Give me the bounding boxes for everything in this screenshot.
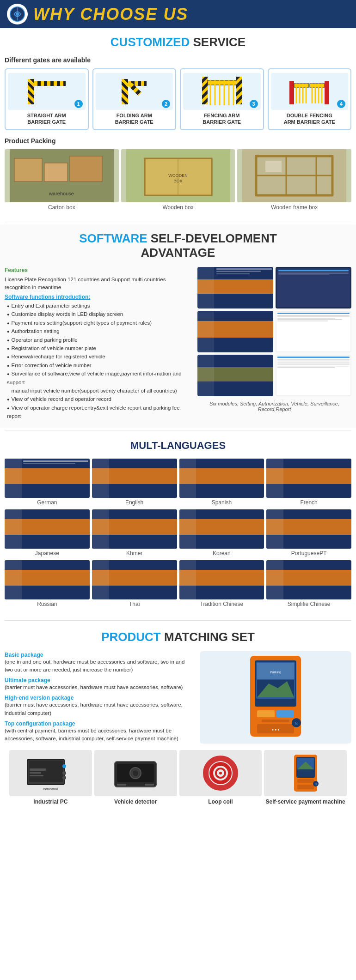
packing-grid: warehouse Carton box WOODEN BOX W — [5, 149, 351, 212]
lang-simplifie-chinese: Simplifie Chinese — [266, 560, 351, 609]
gate-item-4: 4 DOUBLE FENCINGARM BARRIER GATE — [268, 68, 352, 130]
svg-point-70 — [62, 776, 66, 780]
prod-img-loop-coil — [179, 750, 262, 796]
svg-rect-89 — [297, 770, 314, 777]
prod-img-vehicle-detector — [94, 750, 177, 796]
gate-item-1: 1 STRAIGHT ARMBARRIER GATE — [5, 68, 89, 130]
svg-text:BOX: BOX — [173, 179, 182, 183]
svg-rect-3 — [202, 77, 208, 104]
matching-right: Parking ● ● ● N — [200, 651, 351, 746]
svg-rect-80 — [145, 784, 154, 786]
pack-label-2: Wooden box — [121, 202, 235, 212]
bullet-3: Payment rules setting(support eight type… — [7, 319, 193, 327]
svg-rect-51 — [265, 161, 282, 172]
svg-point-78 — [132, 770, 139, 776]
page-title: WHY CHOOSE US — [33, 5, 188, 24]
languages-grid: German English Spanish French Japanese — [5, 459, 351, 609]
prod-label-self-service: Self-service payment machine — [264, 799, 347, 805]
bullet-1: Entry and Exit parameter settings — [7, 302, 193, 310]
pack-label-3: Wooden frame box — [237, 202, 351, 212]
software-content: Features License Plate Recognition 121 c… — [5, 267, 351, 421]
svg-rect-11 — [236, 77, 242, 104]
svg-rect-30 — [44, 163, 68, 181]
matching-title: PRODUCT MATCHING SET — [5, 630, 351, 644]
screen-row-2 — [197, 311, 351, 352]
package-highend: High-end version package (barrier must h… — [5, 694, 194, 717]
pack-item-2: WOODEN BOX Wooden box — [121, 149, 235, 212]
lang-label-thai: Thai — [92, 599, 177, 609]
svg-rect-4 — [208, 80, 236, 85]
screen-6 — [276, 355, 351, 396]
packing-title: Product Packing — [5, 137, 351, 145]
svg-text:Parking: Parking — [270, 671, 281, 674]
svg-rect-91 — [297, 785, 314, 789]
gate-item-3: 3 FENCING ARMBARRIER GATE — [180, 68, 264, 130]
bullet-11: View of operator charge report,entry&exi… — [7, 404, 193, 421]
svg-rect-59 — [257, 710, 275, 717]
lang-english: English — [92, 459, 177, 507]
svg-text:warehouse: warehouse — [49, 191, 74, 196]
screen-row-3 — [197, 355, 351, 396]
lang-label-french: French — [266, 498, 351, 507]
software-left: Features License Plate Recognition 121 c… — [5, 267, 193, 421]
customized-title: CUSTOMIZED SERVICE — [5, 35, 351, 49]
lang-label-portuguese: PortuguesePT — [266, 549, 351, 558]
screen-4 — [276, 311, 351, 352]
svg-rect-73 — [30, 775, 43, 776]
pack-img-3 — [237, 149, 351, 202]
matching-content: Basic package (one in and one out, hardw… — [5, 651, 351, 746]
software-caption: Six modules, Setting, Authorization, Veh… — [197, 401, 351, 412]
prod-label-industrial-pc: Industrial PC — [9, 799, 92, 805]
prod-self-service: N Self-service payment machine — [264, 750, 347, 805]
svg-rect-31 — [70, 156, 102, 181]
software-title: SOFTWARE SELF-DEVELOPMENTADVANTAGE — [5, 231, 351, 260]
lang-label-spanish: Spanish — [179, 498, 264, 507]
bullet-9: Surveillance of software,view of vehicle… — [7, 369, 193, 395]
screen-1 — [197, 267, 273, 309]
gate-label-3: FENCING ARMBARRIER GATE — [183, 112, 261, 126]
pack-item-3: Wooden frame box — [237, 149, 351, 212]
lang-japanese: Japanese — [5, 509, 90, 558]
svg-rect-61 — [262, 720, 289, 722]
screen-3 — [197, 311, 273, 352]
lang-german: German — [5, 459, 90, 507]
gates-subtitle: Different gates are available — [5, 56, 351, 64]
features-intro: Software functions introduction: — [5, 294, 193, 300]
bullet-6: Registration of vehicle number plate — [7, 344, 193, 352]
svg-rect-60 — [276, 710, 294, 717]
bullet-4: Authorization setting — [7, 327, 193, 335]
pack-item-1: warehouse Carton box — [5, 149, 119, 212]
gate-icon-4: 4 — [271, 73, 349, 110]
svg-rect-29 — [14, 158, 42, 181]
features-text: License Plate Recognition 121 countries … — [5, 276, 193, 292]
svg-text:industrial: industrial — [43, 787, 58, 791]
gate-item-2: 2 FOLDING ARMBARRIER GATE — [92, 68, 177, 130]
pack-img-2: WOODEN BOX — [121, 149, 235, 202]
svg-point-69 — [62, 771, 66, 775]
lang-label-tradition-chinese: Tradition Chinese — [179, 599, 264, 609]
package-basic: Basic package (one in and one out, hardw… — [5, 651, 194, 674]
lang-russian: Russian — [5, 560, 90, 609]
svg-text:N: N — [314, 783, 316, 786]
software-right: Six modules, Setting, Authorization, Veh… — [197, 267, 351, 421]
package-ultimate: Ultimate package (barrier must have acce… — [5, 677, 194, 691]
lang-label-simplifie-chinese: Simplifie Chinese — [266, 599, 351, 609]
lang-tradition-chinese: Tradition Chinese — [179, 560, 264, 609]
lang-label-khmer: Khmer — [92, 549, 177, 558]
lang-label-english: English — [92, 498, 177, 507]
bottom-products: industrial Industrial PC Vehicle detecto… — [5, 745, 351, 810]
screen-row-1 — [197, 267, 351, 309]
lang-label-korean: Korean — [179, 549, 264, 558]
svg-rect-90 — [297, 779, 314, 783]
pack-img-1: warehouse — [5, 149, 119, 202]
page-header: WHY CHOOSE US — [0, 0, 356, 28]
gate-label-2: FOLDING ARMBARRIER GATE — [96, 112, 173, 126]
svg-text:N: N — [295, 721, 298, 726]
prod-img-self-service: N — [264, 750, 347, 796]
bullet-10: View of vehicle record and operator reco… — [7, 395, 193, 403]
bullet-2: Customize display words in LED display s… — [7, 310, 193, 318]
svg-rect-27 — [325, 81, 329, 104]
screen-2 — [276, 267, 351, 309]
lang-spanish: Spanish — [179, 459, 264, 507]
matching-section: PRODUCT MATCHING SET Basic package (one … — [0, 623, 356, 817]
